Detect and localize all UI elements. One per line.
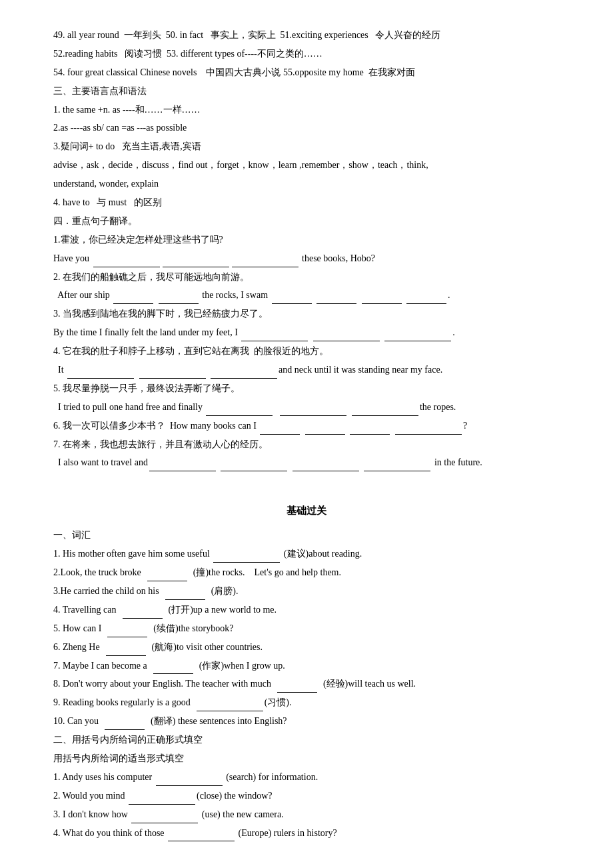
vocab-title: 一、词汇 xyxy=(53,527,560,544)
line-grammar-title: 三、主要语言点和语法 xyxy=(53,83,560,100)
line-cn-4: 4. 它在我的肚子和脖子上移动，直到它站在离我 的脸很近的地方。 xyxy=(53,343,560,360)
section-title-jichuguo: 基础过关 xyxy=(53,502,560,521)
line-en-1: Have you these books, Hobo? xyxy=(53,250,560,267)
line-49: 49. all year round 一年到头 50. in fact 事实上，… xyxy=(53,27,560,44)
grammar-3: 3. I don't know how (use) the new camera… xyxy=(53,806,560,823)
line-cn-6: 6. 我一次可以借多少本书？ How many books can I ? xyxy=(53,417,560,435)
vocab-8: 8. Don't worry about your English. The t… xyxy=(53,675,560,693)
vocab-10: 10. Can you (翻译) these sentences into En… xyxy=(53,713,560,730)
line-grammar-verbs1: advise，ask，decide，discuss，find out，forge… xyxy=(53,157,560,174)
grammar-subtitle: 用括号内所给词的适当形式填空 xyxy=(53,750,560,767)
main-content: 49. all year round 一年到头 50. in fact 事实上，… xyxy=(53,27,560,841)
vocab-3: 3.He carried the child on his (肩膀). xyxy=(53,583,560,600)
vocab-7: 7. Maybe I can become a (作家)when I grow … xyxy=(53,657,560,675)
line-en-2: After our ship the rocks, I swam . xyxy=(53,287,560,304)
grammar-4: 4. What do you think of those (Europe) r… xyxy=(53,825,560,842)
grammar-1: 1. Andy uses his computer (search) for i… xyxy=(53,769,560,786)
line-52: 52.reading habits 阅读习惯 53. different typ… xyxy=(53,45,560,63)
grammar-2: 2. Would you mind (close) the window? xyxy=(53,787,560,805)
line-grammar-3: 3.疑问词+ to do 充当主语,表语,宾语 xyxy=(53,138,560,155)
line-54: 54. four great classical Chinese novels … xyxy=(53,64,560,81)
line-cn-1: 1.霍波，你已经决定怎样处理这些书了吗? xyxy=(53,231,560,249)
line-cn-7: 7. 在将来，我也想去旅行，并且有激动人心的经历。 xyxy=(53,436,560,453)
vocab-9: 9. Reading books regularly is a good (习惯… xyxy=(53,694,560,711)
vocab-4: 4. Travelling can (打开)up a new world to … xyxy=(53,601,560,619)
vocab-1: 1. His mother often gave him some useful… xyxy=(53,545,560,563)
line-cn-3: 3. 当我感到陆地在我的脚下时，我已经筋疲力尽了。 xyxy=(53,305,560,323)
line-en-5: I tried to pull one hand free and finall… xyxy=(53,399,560,416)
line-cn-5: 5. 我尽量挣脱一只手，最终设法弄断了绳子。 xyxy=(53,380,560,397)
grammar-title-2: 二、用括号内所给词的正确形式填空 xyxy=(53,731,560,749)
line-translation-title: 四．重点句子翻译。 xyxy=(53,213,560,230)
line-en-7: I also want to travel and in the future. xyxy=(53,454,560,471)
vocab-2: 2.Look, the truck broke (撞)the rocks. Le… xyxy=(53,564,560,581)
line-grammar-1: 1. the same +n. as ----和……一样…… xyxy=(53,101,560,119)
line-en-3: By the time I finally felt the land unde… xyxy=(53,324,560,341)
vocab-6: 6. Zheng He (航海)to visit other countries… xyxy=(53,639,560,656)
line-cn-2: 2. 在我们的船触礁之后，我尽可能远地向前游。 xyxy=(53,269,560,286)
line-grammar-2: 2.as ----as sb/ can =as ---as possible xyxy=(53,119,560,137)
vocab-5: 5. How can I (续借)the storybook? xyxy=(53,620,560,637)
line-grammar-4: 4. have to 与 must 的区别 xyxy=(53,194,560,211)
line-grammar-verbs2: understand, wonder, explain xyxy=(53,175,560,193)
line-en-4: It and neck until it was standing near m… xyxy=(53,361,560,379)
